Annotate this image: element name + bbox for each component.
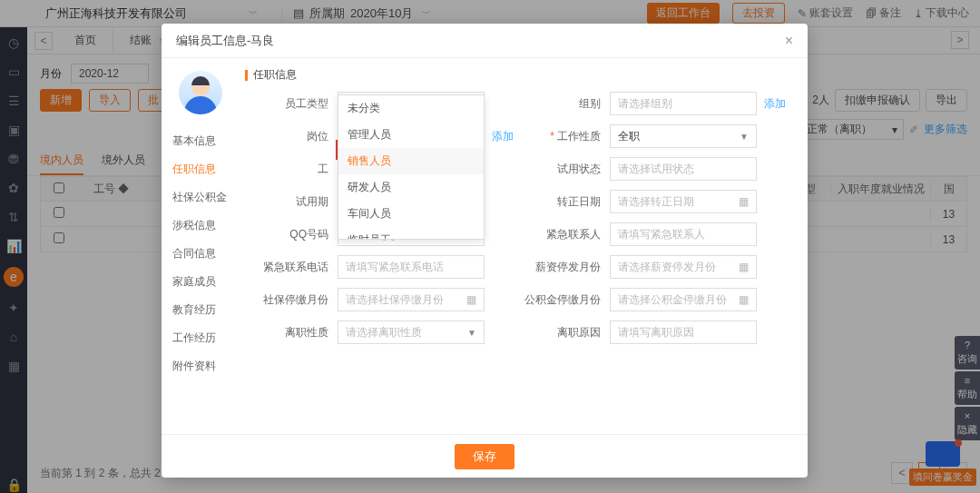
dropdown-option[interactable]: 临时员工 [338, 227, 484, 240]
modal-title: 编辑员工信息-马良 [176, 33, 274, 49]
label-ss-stop: 社保停缴月份 [245, 292, 338, 308]
menu-attach[interactable]: 附件资料 [162, 352, 240, 380]
menu-contract[interactable]: 合同信息 [162, 240, 240, 268]
group-select[interactable]: 请选择组别 [610, 92, 757, 115]
label-post: 岗位 [245, 129, 338, 144]
emp-type-dropdown[interactable]: 未分类 管理人员 销售人员 研发人员 车间人员 临时员工 [338, 94, 485, 240]
menu-workexp[interactable]: 工作经历 [162, 324, 240, 352]
calendar-icon: ▦ [739, 293, 749, 306]
label-work-nature: 工作性质 [517, 129, 610, 144]
leave-reason-input[interactable]: 请填写离职原因 [610, 320, 757, 344]
chevron-down-icon: ▼ [467, 328, 476, 338]
dropdown-option[interactable]: 管理人员 [338, 122, 484, 148]
salary-stop-input[interactable]: 请选择薪资停发月份▦ [610, 255, 757, 279]
menu-tax[interactable]: 涉税信息 [162, 212, 240, 240]
label-qq: QQ号码 [245, 227, 338, 242]
avatar [179, 71, 222, 114]
dropdown-option[interactable]: 车间人员 [338, 201, 484, 227]
label-emerg-phone: 紧急联系电话 [245, 260, 338, 275]
add-group-link[interactable]: 添加 [764, 96, 786, 112]
label-work-point: 工 [245, 162, 338, 177]
ss-stop-input[interactable]: 请选择社保停缴月份▦ [338, 288, 485, 311]
menu-insurance[interactable]: 社保公积金 [162, 183, 240, 212]
add-post-link[interactable]: 添加 [492, 129, 514, 144]
label-leave-reason: 离职原因 [517, 325, 610, 340]
label-turn-date: 转正日期 [517, 194, 610, 210]
menu-family[interactable]: 家庭成员 [162, 268, 240, 296]
label-emergency: 紧急联系人 [517, 227, 610, 242]
save-button[interactable]: 保存 [455, 444, 514, 469]
label-trial-period: 试用期 [245, 194, 338, 210]
modal-side-menu: 基本信息 任职信息 社保公积金 涉税信息 合同信息 家庭成员 教育经历 工作经历… [162, 58, 240, 434]
work-nature-select[interactable]: 全职▼ [610, 124, 757, 148]
section-title: 任职信息 [245, 67, 791, 83]
emerg-phone-input[interactable]: 请填写紧急联系电话 [338, 255, 485, 279]
label-fund-stop: 公积金停缴月份 [517, 292, 610, 308]
label-leave-nature: 离职性质 [245, 325, 338, 340]
close-icon[interactable]: × [785, 33, 793, 49]
fund-stop-input[interactable]: 请选择公积金停缴月份▦ [610, 288, 757, 311]
edit-employee-modal: 编辑员工信息-马良 × 基本信息 任职信息 社保公积金 涉税信息 合同信息 家庭… [162, 24, 808, 478]
modal-form: 任职信息 员工类型 销售人员ⓧ 组别 请选择组别 添加 岗位 添加 [240, 58, 808, 434]
emergency-input[interactable]: 请填写紧急联系人 [610, 222, 757, 246]
menu-job[interactable]: 任职信息 [162, 155, 240, 183]
calendar-icon: ▦ [739, 195, 749, 208]
dropdown-option-highlight[interactable]: 销售人员 [338, 148, 484, 174]
menu-basic[interactable]: 基本信息 [162, 127, 240, 155]
menu-education[interactable]: 教育经历 [162, 296, 240, 324]
chevron-down-icon: ▼ [740, 132, 749, 142]
label-salary-stop: 薪资停发月份 [517, 260, 610, 275]
label-trial-status: 试用状态 [517, 162, 610, 177]
calendar-icon: ▦ [466, 293, 476, 306]
trial-status-select[interactable]: 请选择试用状态 [610, 157, 757, 181]
turn-date-input[interactable]: 请选择转正日期▦ [610, 190, 757, 213]
dropdown-option[interactable]: 研发人员 [338, 174, 484, 201]
leave-nature-select[interactable]: 请选择离职性质▼ [338, 320, 485, 344]
calendar-icon: ▦ [739, 261, 749, 273]
dropdown-option[interactable]: 未分类 [338, 95, 484, 122]
label-group: 组别 [517, 96, 610, 112]
label-emp-type: 员工类型 [245, 96, 338, 112]
